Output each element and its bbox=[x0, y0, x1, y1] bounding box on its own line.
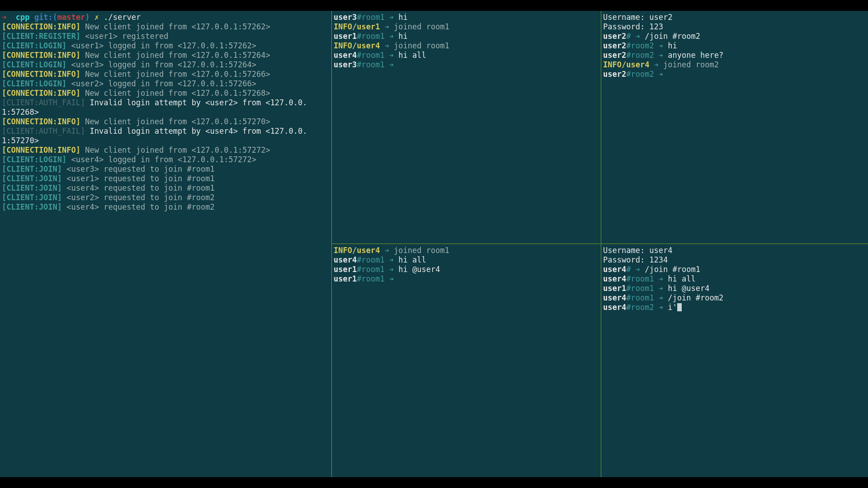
chat-line: user4# ➔ /join #room1 bbox=[603, 265, 866, 274]
client-pane-user1[interactable]: INFO/user4 ➔ joined room1user4#room1 ➔ h… bbox=[332, 244, 601, 477]
chat-line: user2#room2 ➔ anyone here? bbox=[603, 51, 866, 60]
chat-line: user1#room1 ➔ hi @user4 bbox=[334, 265, 599, 274]
chat-line: user1#room1 ➔ hi bbox=[334, 32, 599, 41]
chat-line: user1#room1 ➔ hi @user4 bbox=[603, 284, 866, 293]
pane-divider-horizontal bbox=[332, 244, 868, 244]
pane-divider-vertical bbox=[331, 11, 332, 477]
server-log-line: [CONNECTION:INFO] New client joined from… bbox=[2, 22, 330, 32]
server-log-line: [CLIENT:JOIN] <user2> requested to join … bbox=[2, 193, 330, 202]
chat-line: Username: user2 bbox=[603, 13, 866, 22]
cursor bbox=[677, 303, 682, 311]
server-log-line: [CLIENT:REGISTER] <user1> registered bbox=[2, 32, 330, 41]
shell-prompt[interactable]: ➜ cpp git:(master) ✗ ./server bbox=[2, 13, 330, 22]
server-log-line: [CLIENT:LOGIN] <user2> logged in from <1… bbox=[2, 79, 330, 89]
server-log-pane[interactable]: ➜ cpp git:(master) ✗ ./server[CONNECTION… bbox=[0, 11, 332, 477]
server-log-line: [CLIENT:LOGIN] <user3> logged in from <1… bbox=[2, 60, 330, 70]
server-log-line: [CONNECTION:INFO] New client joined from… bbox=[2, 51, 330, 60]
chat-line: INFO/user4 ➔ joined room1 bbox=[334, 41, 599, 51]
terminal-multiplexer: ➜ cpp git:(master) ✗ ./server[CONNECTION… bbox=[0, 11, 868, 477]
chat-input[interactable]: user2#room2 ➔ bbox=[603, 70, 866, 79]
server-log-line: [CLIENT:LOGIN] <user4> logged in from <1… bbox=[2, 155, 330, 164]
chat-line: Username: user4 bbox=[603, 246, 866, 255]
chat-line: Password: 123 bbox=[603, 22, 866, 32]
server-log-line: [CLIENT:AUTH_FAIL] Invalid login attempt… bbox=[2, 98, 330, 108]
pane-divider-vertical bbox=[601, 11, 601, 477]
client-pane-user4[interactable]: Username: user4Password: 1234user4# ➔ /j… bbox=[601, 244, 868, 477]
chat-line: user4#room1 ➔ hi all bbox=[334, 51, 599, 60]
chat-line: INFO/user1 ➔ joined room1 bbox=[334, 22, 599, 32]
server-log-line: [CLIENT:JOIN] <user4> requested to join … bbox=[2, 202, 330, 212]
server-log-line: [CLIENT:JOIN] <user3> requested to join … bbox=[2, 164, 330, 174]
server-log-line: 1:57270> bbox=[2, 136, 330, 145]
server-log-line: [CLIENT:JOIN] <user1> requested to join … bbox=[2, 174, 330, 183]
chat-line: Password: 1234 bbox=[603, 255, 866, 265]
client-pane-user2[interactable]: Username: user2Password: 123user2# ➔ /jo… bbox=[601, 11, 868, 244]
chat-input[interactable]: user4#room2 ➔ i' bbox=[603, 303, 866, 312]
chat-line: user4#room1 ➔ /join #room2 bbox=[603, 293, 866, 303]
server-log-line: [CONNECTION:INFO] New client joined from… bbox=[2, 89, 330, 98]
server-log-line: [CLIENT:AUTH_FAIL] Invalid login attempt… bbox=[2, 127, 330, 136]
chat-line: INFO/user4 ➔ joined room2 bbox=[603, 60, 866, 70]
server-log-line: [CLIENT:JOIN] <user4> requested to join … bbox=[2, 183, 330, 193]
chat-input[interactable]: user1#room1 ➔ bbox=[334, 274, 599, 284]
client-pane-user3[interactable]: user3#room1 ➔ hiINFO/user1 ➔ joined room… bbox=[332, 11, 601, 244]
server-log-line: [CONNECTION:INFO] New client joined from… bbox=[2, 117, 330, 127]
server-log-line: [CONNECTION:INFO] New client joined from… bbox=[2, 145, 330, 155]
server-log-line: [CONNECTION:INFO] New client joined from… bbox=[2, 70, 330, 79]
chat-line: user4#room1 ➔ hi all bbox=[334, 255, 599, 265]
chat-line: user3#room1 ➔ hi bbox=[334, 13, 599, 22]
chat-line: user2# ➔ /join #room2 bbox=[603, 32, 866, 41]
chat-line: INFO/user4 ➔ joined room1 bbox=[334, 246, 599, 255]
chat-input[interactable]: user3#room1 ➔ bbox=[334, 60, 599, 70]
server-log-line: 1:57268> bbox=[2, 108, 330, 117]
server-log-line: [CLIENT:LOGIN] <user1> logged in from <1… bbox=[2, 41, 330, 51]
chat-line: user2#room2 ➔ hi bbox=[603, 41, 866, 51]
chat-line: user4#room1 ➔ hi all bbox=[603, 274, 866, 284]
